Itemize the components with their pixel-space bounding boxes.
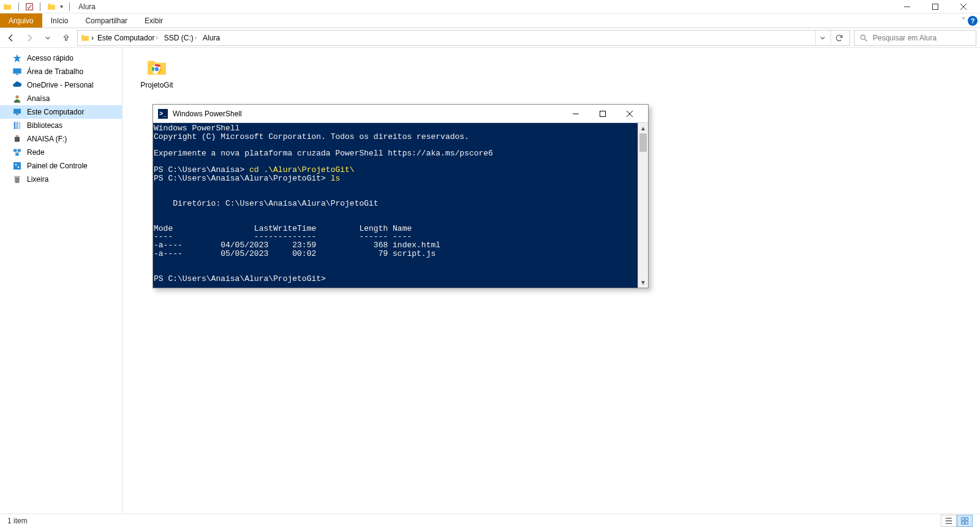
sidebar-item[interactable]: Este Computador xyxy=(0,105,122,119)
address-folder-icon xyxy=(80,33,90,43)
separator xyxy=(40,2,40,11)
minimize-button[interactable] xyxy=(893,0,921,13)
powershell-title-bar[interactable]: >_ Windows PowerShell xyxy=(153,105,648,123)
sidebar-item-label: ANAISA (F:) xyxy=(27,135,67,143)
sidebar-item[interactable]: Acesso rápido xyxy=(0,51,122,65)
qat-properties-icon[interactable] xyxy=(25,2,34,11)
sidebar-item-label: Painel de Controle xyxy=(27,162,88,170)
ribbon-tab-inicio[interactable]: Início xyxy=(42,13,77,28)
breadcrumb-item[interactable]: SSD (C:)› xyxy=(162,31,199,45)
svg-rect-2 xyxy=(933,4,938,9)
svg-point-5 xyxy=(861,35,865,39)
powershell-terminal[interactable]: Windows PowerShell Copyright (C) Microso… xyxy=(153,123,638,288)
sidebar-item[interactable]: Lixeira xyxy=(0,173,122,186)
sidebar-item[interactable]: ANAISA (F:) xyxy=(0,132,122,146)
svg-rect-27 xyxy=(962,517,964,520)
sidebar-item-label: Anaísa xyxy=(27,94,50,103)
svg-rect-19 xyxy=(15,153,18,155)
svg-rect-23 xyxy=(14,176,20,178)
sidebar-item-label: Área de Trabalho xyxy=(27,67,83,76)
chevron-right-icon[interactable]: › xyxy=(156,34,157,41)
ps-close-button[interactable] xyxy=(616,105,643,122)
close-button[interactable] xyxy=(949,0,978,13)
back-button[interactable] xyxy=(4,31,18,45)
view-details-button[interactable] xyxy=(941,515,957,527)
svg-rect-32 xyxy=(600,111,606,116)
svg-rect-11 xyxy=(16,114,18,114)
current-folder-icon xyxy=(47,2,56,12)
sidebar-item[interactable]: Anaísa xyxy=(0,92,122,105)
usb-icon xyxy=(12,134,22,144)
ps-maximize-button[interactable] xyxy=(589,105,616,122)
search-icon xyxy=(859,34,868,42)
libs-icon xyxy=(12,121,22,130)
maximize-button[interactable] xyxy=(921,0,949,13)
scroll-thumb[interactable] xyxy=(639,133,647,152)
network-icon xyxy=(12,148,22,157)
file-label: ProjetoGit xyxy=(132,81,181,89)
refresh-button[interactable] xyxy=(831,31,847,45)
scroll-down-icon[interactable]: ▼ xyxy=(638,277,648,288)
folder-item-projetogit[interactable]: ProjetoGit xyxy=(132,56,181,89)
sidebar-item[interactable]: Área de Trabalho xyxy=(0,65,122,78)
svg-rect-0 xyxy=(26,3,33,10)
view-icons-button[interactable] xyxy=(957,515,973,527)
breadcrumb-item[interactable]: Alura xyxy=(200,31,222,45)
trash-icon xyxy=(12,174,22,184)
powershell-window[interactable]: >_ Windows PowerShell Windows PowerShell… xyxy=(153,104,649,288)
ribbon-tab-exibir[interactable]: Exibir xyxy=(136,13,172,28)
ribbon-collapse-icon[interactable]: ˅ xyxy=(962,17,965,25)
svg-point-9 xyxy=(15,95,18,99)
explorer-title-bar: ▾ Alura xyxy=(0,0,980,13)
help-button[interactable]: ? xyxy=(968,16,978,26)
nav-row: › Este Computador› SSD (C:)› Alura Pesqu… xyxy=(0,28,980,48)
ps-minimize-button[interactable] xyxy=(562,105,589,122)
sidebar: Acesso rápidoÁrea de TrabalhoOneDrive - … xyxy=(0,48,123,514)
desktop-icon xyxy=(12,67,22,77)
user-icon xyxy=(12,94,22,103)
svg-rect-17 xyxy=(13,149,17,152)
svg-point-22 xyxy=(18,166,20,168)
svg-rect-8 xyxy=(16,74,18,75)
sidebar-item-label: Este Computador xyxy=(27,108,84,116)
chevron-right-icon[interactable]: › xyxy=(195,34,197,41)
breadcrumb-label: Este Computador xyxy=(97,34,154,42)
ribbon-tab-arquivo[interactable]: Arquivo xyxy=(0,13,42,28)
sidebar-item[interactable]: Bibliotecas xyxy=(0,119,122,132)
sidebar-item[interactable]: Rede xyxy=(0,146,122,159)
sidebar-item-label: Acesso rápido xyxy=(27,54,74,62)
chevron-right-icon[interactable]: › xyxy=(91,34,94,42)
qat-overflow-icon[interactable]: ▾ xyxy=(60,3,63,10)
svg-line-6 xyxy=(865,39,867,41)
status-bar: 1 item xyxy=(0,514,980,527)
separator xyxy=(69,2,70,11)
breadcrumb-item[interactable]: Este Computador› xyxy=(95,31,160,45)
scroll-up-icon[interactable]: ▲ xyxy=(638,123,648,133)
address-dropdown-button[interactable] xyxy=(815,31,829,45)
status-text: 1 item xyxy=(7,517,28,525)
svg-rect-28 xyxy=(965,517,968,520)
powershell-title: Windows PowerShell xyxy=(173,110,242,118)
forward-button[interactable] xyxy=(22,31,37,45)
address-bar[interactable]: › Este Computador› SSD (C:)› Alura xyxy=(77,30,850,46)
monitor-icon xyxy=(12,107,22,117)
svg-rect-29 xyxy=(962,521,964,523)
search-placeholder: Pesquisar em Alura xyxy=(873,34,937,42)
search-input[interactable]: Pesquisar em Alura xyxy=(854,30,976,46)
svg-rect-12 xyxy=(14,122,16,129)
svg-rect-30 xyxy=(965,521,968,523)
sidebar-item[interactable]: OneDrive - Personal xyxy=(0,78,122,92)
svg-rect-18 xyxy=(18,149,21,152)
sidebar-item-label: Lixeira xyxy=(27,175,48,184)
up-button[interactable] xyxy=(59,31,74,45)
folder-icon xyxy=(2,2,12,12)
svg-rect-7 xyxy=(13,69,21,74)
svg-point-21 xyxy=(15,164,17,166)
ribbon-tab-compartilhar[interactable]: Compartilhar xyxy=(77,13,136,28)
separator xyxy=(18,2,19,11)
sidebar-item[interactable]: Painel de Controle xyxy=(0,159,122,173)
powershell-icon: >_ xyxy=(158,109,168,119)
recent-locations-button[interactable] xyxy=(40,31,55,45)
svg-rect-10 xyxy=(13,109,21,114)
ps-scrollbar[interactable]: ▲ ▼ xyxy=(638,123,648,288)
